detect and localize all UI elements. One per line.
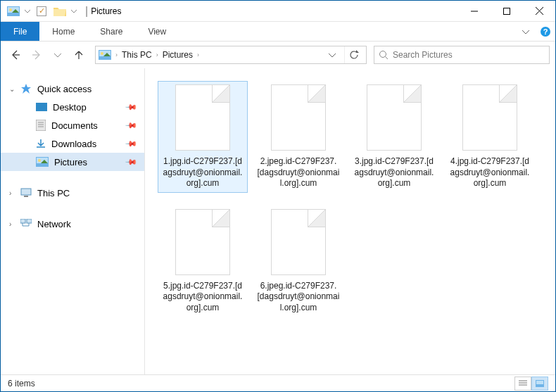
- svg-rect-20: [36, 120, 46, 131]
- desktop-icon: [36, 103, 47, 111]
- maximize-button[interactable]: [491, 1, 523, 22]
- svg-text:?: ?: [543, 27, 548, 36]
- search-input[interactable]: Search Pictures: [374, 46, 550, 64]
- chevron-right-icon[interactable]: ›: [9, 220, 11, 228]
- file-item[interactable]: 2.jpeg.id-C279F237.[dagsdruyt@onionmail.…: [253, 81, 343, 193]
- file-icon: [462, 84, 517, 151]
- forward-button[interactable]: [27, 46, 46, 64]
- file-list-pane[interactable]: 1.jpg.id-C279F237.[dagsdruyt@onionmail.o…: [145, 68, 555, 374]
- file-name-label: 6.jpeg.id-C279F237.[dagsdruyt@onionmail.…: [257, 281, 340, 314]
- file-icon: [175, 84, 230, 151]
- file-item[interactable]: 6.jpeg.id-C279F237.[dagsdruyt@onionmail.…: [253, 206, 343, 317]
- app-icon[interactable]: [5, 3, 22, 20]
- star-icon: [20, 83, 32, 94]
- window-title: Pictures: [91, 6, 121, 16]
- ribbon-tabs: File Home Share View ?: [1, 22, 555, 42]
- network-icon: [20, 219, 32, 229]
- breadcrumb-chevron-icon[interactable]: ›: [197, 51, 199, 58]
- status-bar: 6 items: [1, 374, 555, 391]
- svg-marker-18: [21, 84, 31, 94]
- file-name-label: 1.jpg.id-C279F237.[dagsdruyt@onionmail.o…: [161, 156, 244, 189]
- file-item[interactable]: 5.jpg.id-C279F237.[dagsdruyt@onionmail.o…: [158, 206, 248, 317]
- svg-rect-28: [21, 189, 31, 195]
- tab-home[interactable]: Home: [39, 22, 87, 41]
- svg-rect-39: [536, 381, 543, 384]
- refresh-icon[interactable]: [344, 46, 363, 63]
- sidebar-item-label: Pictures: [54, 157, 87, 167]
- file-name-label: 3.jpg.id-C279F237.[dagsdruyt@onionmail.o…: [353, 156, 436, 189]
- sidebar-network[interactable]: › Network: [1, 215, 144, 233]
- svg-rect-19: [36, 103, 47, 111]
- up-button[interactable]: [70, 46, 88, 64]
- sidebar-label: Network: [37, 219, 71, 229]
- details-view-button[interactable]: [514, 377, 531, 391]
- navigation-bar: › This PC › Pictures › Search Pictures: [1, 42, 555, 68]
- title-bar: ✓ | Pictures: [1, 1, 555, 22]
- help-icon[interactable]: ?: [536, 22, 555, 41]
- file-item[interactable]: 4.jpg.id-C279F237.[dagsdruyt@onionmail.o…: [445, 81, 535, 193]
- file-icon: [271, 209, 326, 275]
- svg-rect-29: [24, 196, 28, 197]
- sidebar-item-desktop[interactable]: Desktop 📌: [1, 98, 144, 116]
- sidebar-item-label: Desktop: [53, 102, 87, 113]
- sidebar-item-label: Downloads: [51, 139, 96, 149]
- svg-rect-5: [504, 8, 510, 14]
- pin-icon: 📌: [124, 100, 137, 113]
- pictures-location-icon: [99, 50, 111, 60]
- svg-point-26: [38, 159, 41, 162]
- documents-icon: [36, 120, 46, 131]
- svg-point-16: [380, 51, 386, 58]
- qat-dropdown-icon[interactable]: [23, 3, 32, 20]
- file-name-label: 4.jpg.id-C279F237.[dagsdruyt@onionmail.o…: [448, 156, 531, 189]
- svg-point-14: [101, 52, 103, 55]
- chevron-down-icon[interactable]: ⌄: [9, 85, 15, 93]
- sidebar-item-downloads[interactable]: Downloads 📌: [1, 134, 144, 153]
- minimize-button[interactable]: [458, 1, 491, 22]
- pin-icon: 📌: [124, 118, 137, 132]
- svg-rect-31: [27, 219, 32, 223]
- file-item[interactable]: 3.jpg.id-C279F237.[dagsdruyt@onionmail.o…: [349, 81, 439, 193]
- tab-view[interactable]: View: [135, 22, 179, 41]
- svg-line-17: [386, 57, 388, 60]
- sidebar-item-pictures[interactable]: Pictures 📌: [1, 153, 144, 171]
- chevron-right-icon[interactable]: ›: [9, 189, 11, 197]
- search-placeholder: Search Pictures: [393, 50, 453, 60]
- address-dropdown-icon[interactable]: [324, 51, 340, 58]
- address-bar[interactable]: › This PC › Pictures ›: [95, 46, 367, 64]
- sidebar-label: Quick access: [37, 84, 91, 94]
- pictures-icon: [36, 157, 49, 167]
- file-tab[interactable]: File: [1, 22, 39, 41]
- back-button[interactable]: [6, 46, 25, 64]
- tab-share[interactable]: Share: [87, 22, 135, 41]
- properties-checkbox-icon[interactable]: ✓: [33, 3, 50, 20]
- sidebar-label: This PC: [37, 188, 70, 198]
- folder-icon[interactable]: [51, 3, 68, 20]
- large-icons-view-button[interactable]: [531, 377, 548, 391]
- ribbon-expand-icon[interactable]: [516, 22, 536, 41]
- file-name-label: 2.jpeg.id-C279F237.[dagsdruyt@onionmail.…: [257, 156, 340, 189]
- breadcrumb-chevron-icon[interactable]: ›: [115, 51, 118, 58]
- file-name-label: 5.jpg.id-C279F237.[dagsdruyt@onionmail.o…: [161, 281, 244, 314]
- sidebar-this-pc[interactable]: › This PC: [1, 184, 144, 202]
- sidebar-item-label: Documents: [51, 120, 98, 131]
- navigation-pane: ⌄ Quick access Desktop 📌 Documents 📌 Dow…: [1, 68, 145, 374]
- close-button[interactable]: [523, 1, 555, 22]
- sidebar-item-documents[interactable]: Documents 📌: [1, 116, 144, 134]
- recent-dropdown-icon[interactable]: [49, 46, 67, 64]
- file-icon: [271, 84, 326, 151]
- sidebar-quick-access[interactable]: ⌄ Quick access: [1, 80, 144, 98]
- file-icon: [175, 209, 230, 275]
- breadcrumb-chevron-icon[interactable]: ›: [156, 51, 158, 58]
- downloads-icon: [36, 139, 46, 148]
- item-count-label: 6 items: [8, 379, 35, 388]
- quick-access-toolbar: ✓: [1, 3, 82, 20]
- search-icon: [379, 50, 388, 60]
- breadcrumb-this-pc[interactable]: This PC: [122, 50, 152, 60]
- file-icon: [367, 84, 422, 151]
- qat-dropdown-icon[interactable]: [70, 3, 78, 20]
- pin-icon: 📌: [124, 155, 137, 168]
- breadcrumb-pictures[interactable]: Pictures: [163, 50, 193, 60]
- title-separator: |: [85, 5, 88, 18]
- file-item[interactable]: 1.jpg.id-C279F237.[dagsdruyt@onionmail.o…: [158, 81, 248, 193]
- pin-icon: 📌: [124, 137, 137, 150]
